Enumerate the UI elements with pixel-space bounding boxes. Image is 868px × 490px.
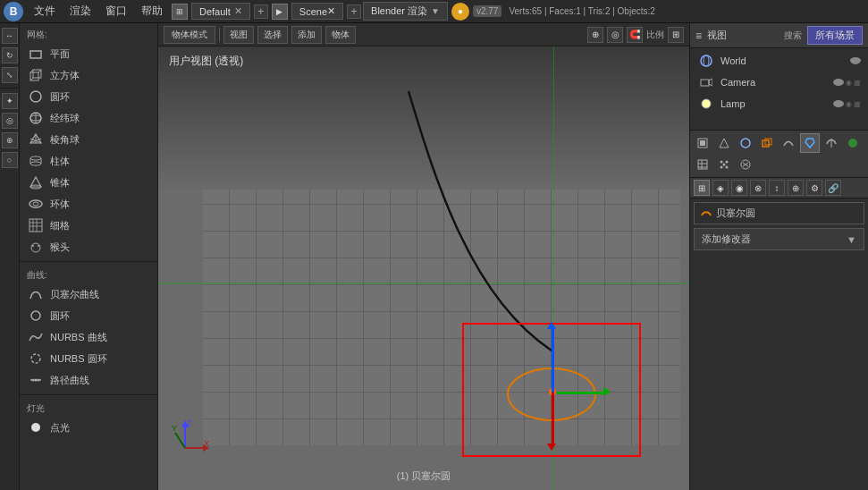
tool-rotate[interactable]: ↻ — [2, 47, 18, 63]
camera-eye-icon[interactable] — [833, 79, 844, 86]
viewport-select-btn[interactable]: 选择 — [257, 26, 288, 44]
outliner-header-label: 视图 — [707, 29, 727, 42]
prop-tab-object[interactable] — [757, 133, 777, 153]
tool-proportional[interactable]: ○ — [2, 152, 18, 168]
tool-uvsphere[interactable]: 经纬球 — [20, 107, 157, 129]
viewport-view-btn[interactable]: 视图 — [223, 26, 254, 44]
svg-point-29 — [38, 245, 39, 247]
tool-translate[interactable]: ↔ — [2, 28, 18, 44]
axis-x-green — [557, 392, 606, 394]
prop-tab-render[interactable] — [693, 133, 712, 153]
svg-rect-0 — [30, 51, 41, 58]
tool-bezier-circle[interactable]: 圆环 — [20, 305, 157, 326]
prop-toolbar-icon2[interactable]: ◈ — [712, 180, 729, 196]
svg-point-28 — [32, 245, 34, 247]
scene-close-icon[interactable]: ✕ — [327, 5, 335, 17]
viewport-object-btn[interactable]: 物体 — [325, 26, 356, 44]
prop-toolbar-icon1[interactable]: ⊞ — [694, 180, 710, 196]
prop-toolbar-icon4[interactable]: ⊗ — [750, 180, 766, 196]
outliner-item-world[interactable]: World — [690, 50, 868, 72]
world-visibility-icon[interactable] — [850, 57, 861, 64]
tool-point-lamp[interactable]: 点光 — [20, 417, 157, 438]
prop-tab-material[interactable] — [843, 133, 863, 153]
prop-tab-data[interactable] — [822, 133, 841, 153]
tool-path-curve[interactable]: 路径曲线 — [20, 369, 157, 391]
global-local-toggle[interactable]: ⊕ — [587, 27, 603, 43]
tool-scale[interactable]: ⤡ — [2, 67, 18, 83]
version-label: v2.77 — [473, 5, 501, 17]
tool-cylinder[interactable]: 柱体 — [20, 150, 157, 172]
prop-tab-world[interactable] — [736, 133, 755, 153]
tool-origin[interactable]: ◎ — [2, 113, 18, 129]
prop-tab-texture[interactable] — [693, 155, 712, 174]
lamp-render-icon[interactable]: ◉ — [846, 100, 852, 108]
tool-grid[interactable]: 细格 — [20, 215, 157, 236]
render-engine-selector[interactable]: Blender 渲染 ▼ — [363, 2, 448, 21]
axis-z-up-arrow — [547, 322, 556, 329]
menu-help[interactable]: 帮助 — [134, 2, 170, 21]
viewport-mode-object[interactable]: 物体模式 — [164, 26, 215, 44]
outliner-item-camera[interactable]: Camera ◉ ▦ — [690, 72, 868, 93]
tool-plane[interactable]: 平面 — [20, 43, 157, 64]
menu-render[interactable]: 渲染 — [63, 2, 98, 21]
tool-nurbs-circle[interactable]: NURBS 圆环 — [20, 348, 157, 369]
workspace-add-icon[interactable]: ✕ — [234, 5, 242, 17]
menu-window[interactable]: 窗口 — [98, 2, 134, 21]
tool-nurbs-curve[interactable]: NURBS 曲线 — [20, 326, 157, 348]
camera-extra-icon[interactable]: ▦ — [854, 79, 861, 87]
svg-point-6 — [30, 91, 41, 102]
prop-toolbar-icon6[interactable]: ⊕ — [788, 180, 804, 196]
cone-icon — [27, 173, 45, 191]
tool-icosphere[interactable]: 棱角球 — [20, 129, 157, 150]
viewport-add-btn[interactable]: 添加 — [291, 26, 322, 44]
prop-tab-constraints[interactable] — [779, 133, 798, 153]
tool-cone[interactable]: 锥体 — [20, 172, 157, 193]
blender-logo-circle: ● — [451, 3, 469, 21]
svg-point-48 — [702, 99, 711, 108]
outliner-search-label[interactable]: 搜索 — [784, 30, 802, 42]
svg-rect-22 — [29, 219, 42, 232]
camera-render-icon[interactable]: ◉ — [846, 79, 852, 87]
outliner-world-icons — [850, 57, 861, 64]
tool-cube[interactable]: 立方体 — [20, 64, 157, 86]
scene-tab[interactable]: Scene ✕ — [291, 3, 343, 20]
lamp-eye-icon[interactable] — [833, 100, 844, 107]
prop-tab-physics[interactable] — [736, 155, 755, 174]
pivot-point-btn[interactable]: ◎ — [607, 27, 623, 43]
prop-tab-particles[interactable] — [714, 155, 734, 174]
menu-file[interactable]: 文件 — [27, 2, 63, 21]
prop-tab-scene[interactable] — [714, 133, 734, 153]
curve-section-header: 曲线: — [20, 266, 157, 283]
all-scenes-btn[interactable]: 所有场景 — [807, 26, 863, 45]
prop-toolbar-icon8[interactable]: 🔗 — [825, 180, 841, 196]
tool-monkey[interactable]: 猴头 — [20, 236, 157, 258]
top-menu-bar: B 文件 渲染 窗口 帮助 ⊞ Default ✕ + ▶ Scene ✕ + … — [0, 0, 868, 23]
viewport-3d[interactable]: 物体模式 视图 选择 添加 物体 ⊕ ◎ 🧲 比例 ⊞ 用户视图 (透视) — [158, 23, 689, 490]
layer-btn[interactable]: ⊞ — [668, 27, 684, 43]
prop-tab-modifiers[interactable] — [800, 133, 820, 153]
snap-btn[interactable]: 🧲 — [627, 27, 643, 43]
svg-marker-51 — [720, 139, 729, 148]
prop-toolbar-icon5[interactable]: ↕ — [769, 180, 785, 196]
lamp-extra-icon[interactable]: ▦ — [854, 100, 861, 108]
properties-tabs — [690, 131, 868, 178]
outliner-item-lamp[interactable]: Lamp ◉ ▦ — [690, 93, 868, 114]
add-modifier-btn[interactable]: 添加修改器 ▼ — [694, 228, 864, 250]
svg-point-32 — [32, 379, 35, 382]
tool-snap[interactable]: ⊕ — [2, 132, 18, 148]
prop-toolbar-icon3[interactable]: ◉ — [731, 180, 747, 196]
svg-point-45 — [704, 55, 709, 66]
tool-bezier-curve[interactable]: 贝塞尔曲线 — [20, 283, 157, 305]
tool-mode[interactable]: ✦ — [2, 93, 18, 109]
tool-torus[interactable]: 环体 — [20, 193, 157, 215]
tool-circle[interactable]: 圆环 — [20, 86, 157, 107]
svg-point-52 — [741, 139, 750, 148]
blender-logo[interactable]: B — [4, 2, 23, 21]
workspace-add-btn[interactable]: + — [254, 4, 268, 19]
proportional-label: 比例 — [646, 29, 664, 41]
workspace-tab-default[interactable]: Default ✕ — [191, 3, 250, 20]
camera-icon — [697, 73, 715, 91]
grid-icon — [27, 216, 45, 234]
prop-toolbar-icon7[interactable]: ⚙ — [806, 180, 822, 196]
scene-add-btn[interactable]: + — [347, 4, 361, 19]
